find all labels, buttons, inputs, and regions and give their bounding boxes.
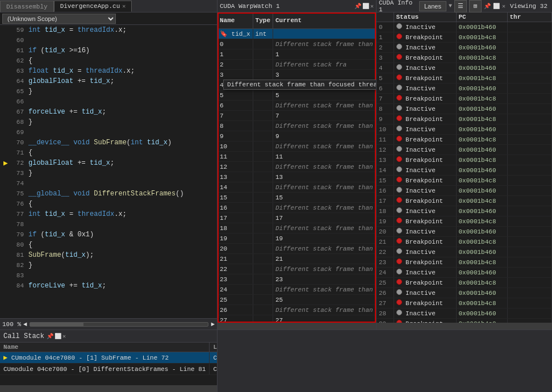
warp-value: 27 [273,315,376,323]
dock-cuda-icon[interactable]: ⬜ [493,3,500,10]
cuda-info-row[interactable]: 28 Inactive0x0001b460 [377,308,552,319]
warp-row[interactable]: 0Different stack frame than focused thre [218,39,376,49]
cuda-info-row[interactable]: 2 Inactive0x0001b460 [377,43,552,53]
cuda-info-row[interactable]: 16 Inactive0x0001b460 [377,186,552,196]
line-content: if (tid_x & 0x1) [28,231,94,239]
pin-cs-icon[interactable]: 📌 [47,333,53,340]
warp-row[interactable]: 55 [218,90,376,101]
close-cuda-icon[interactable]: ✕ [502,3,505,10]
cuda-info-row[interactable]: 0 Inactive0x0001b460 [377,22,552,32]
warp-row[interactable]: 1919 [218,233,376,244]
warp-row[interactable]: 11 [218,49,376,60]
warp-row[interactable]: 2727 [218,315,376,323]
warp-row[interactable]: 22Different stack frame than focused thr… [218,264,376,274]
cuda-info-row[interactable]: 8 Inactive0x0001b460 [377,104,552,114]
warp-row[interactable]: 1111 [218,152,376,162]
cuda-info-hscrollbar[interactable] [377,323,552,330]
warp-value: 3 [273,70,376,80]
scope-select[interactable]: (Unknown Scope) [2,14,116,24]
cuda-info-table[interactable]: Status PC thr 0 Inactive0x0001b4601 Brea… [377,12,552,323]
cuda-info-row[interactable]: 5 Breakpoint0x0001b4c8 [377,73,552,84]
dropdown-icon[interactable]: ▼ [449,3,452,9]
close-cs-icon[interactable]: ✕ [62,333,66,340]
grid-view-button[interactable]: ⊞ [469,0,482,12]
cuda-info-row[interactable]: 4 Inactive0x0001b460 [377,63,552,73]
warp-row[interactable]: 12Different stack frame than focused thr… [218,162,376,172]
warp-value: 25 [273,295,376,305]
line-content: } [28,261,32,269]
warp-row[interactable]: 6Different stack frame than focused thre [218,101,376,111]
close-icon[interactable]: ✕ [122,3,126,10]
cs-hscrollbar[interactable] [0,385,217,392]
cuda-info-row[interactable]: 26 Inactive0x0001b460 [377,288,552,298]
warp-watch-hscrollbar[interactable] [218,323,376,330]
dock-cs-icon[interactable]: ⬜ [55,333,61,340]
warp-row[interactable]: 77 [218,111,376,121]
warp-row[interactable]: 99 [218,131,376,141]
warp-row[interactable]: 33 [218,70,376,80]
call-stack-table[interactable]: Name Lang ▶ CUmodule 04ce7080 - [1] SubF… [0,343,217,385]
warp-row[interactable]: 2525 [218,295,376,305]
line-number: 80 [10,241,28,248]
cuda-pc: 0x0001b4c8 [456,298,507,308]
warp-row[interactable]: 10Different stack frame than focused thr… [218,141,376,152]
cuda-info-row[interactable]: 29 Breakpoint0x0001b4c8 [377,319,552,323]
warp-row[interactable]: 1313 [218,172,376,182]
code-area[interactable]: 59 int tid_x = threadIdx.x;60 61 if (tid… [0,25,217,318]
warp-header-row[interactable]: 🔖 tid_x int [218,29,376,39]
warp-row[interactable]: 2121 [218,254,376,264]
cuda-info-row[interactable]: 15 Breakpoint0x0001b4c8 [377,176,552,186]
cuda-info-row[interactable]: 13 Breakpoint0x0001b4c8 [377,155,552,165]
close-warp-icon[interactable]: ✕ [370,3,374,10]
cuda-info-row[interactable]: 19 Breakpoint0x0001b4c8 [377,216,552,227]
warp-watch-table[interactable]: Name Type Current Lane Index 🔖 tid_x int… [218,12,376,323]
line-content [28,180,32,187]
call-stack-row[interactable]: ▶ CUmodule 04ce7080 - [1] SubFrame - Lin… [0,352,217,364]
warp-row[interactable]: 26Different stack frame than focused thr… [218,305,376,315]
warp-row[interactable]: 1717 [218,213,376,223]
cuda-info-row[interactable]: 9 Breakpoint0x0001b4c8 [377,114,552,124]
warp-type-empty [253,274,273,285]
cuda-info-row[interactable]: 3 Breakpoint0x0001b4c8 [377,53,552,63]
tab-disassembly[interactable]: Disassembly [0,1,54,12]
cuda-info-row[interactable]: 6 Inactive0x0001b460 [377,84,552,94]
warp-row[interactable]: 20Different stack frame than focused thr… [218,244,376,254]
warp-row[interactable]: 8Different stack frame than focused thre [218,121,376,131]
cuda-info-row[interactable]: 22 Inactive0x0001b460 [377,247,552,257]
right-arrow-icon[interactable]: ► [211,321,215,328]
cuda-info-row[interactable]: 21 Breakpoint0x0001b4c8 [377,237,552,247]
call-stack-row[interactable]: CUmodule 04ce7080 - [0] DifferentStackFr… [0,364,217,375]
cuda-info-row[interactable]: 23 Breakpoint0x0001b4c8 [377,257,552,268]
pin-cuda-icon[interactable]: 📌 [484,3,491,10]
warp-row[interactable]: 2323 [218,274,376,285]
tab-divergenceapp[interactable]: DivergenceApp.cu ✕ [54,1,132,12]
left-arrow-icon[interactable]: ◄ [23,321,27,328]
warp-row[interactable]: 1515 [218,193,376,203]
pin-icon[interactable]: 📌 [354,3,361,10]
warp-row[interactable]: 16Different stack frame than focused thr… [218,203,376,213]
cuda-info-row[interactable]: 11 Breakpoint0x0001b4c8 [377,135,552,145]
cuda-info-row[interactable]: 17 Breakpoint0x0001b4c8 [377,196,552,206]
cuda-info-row[interactable]: 1 Breakpoint0x0001b4c8 [377,32,552,43]
cuda-info-row[interactable]: 10 Inactive0x0001b460 [377,124,552,135]
cuda-info-row[interactable]: 20 Inactive0x0001b460 [377,227,552,237]
cuda-info-row[interactable]: 7 Breakpoint0x0001b4c8 [377,94,552,104]
breakpoint-area[interactable]: ▶ [1,159,10,168]
status-dot [396,238,402,244]
warp-row[interactable]: 18Different stack frame than focused thr… [218,223,376,233]
lanes-button[interactable]: Lanes [419,1,446,11]
line-number: 84 [10,282,28,289]
list-view-button[interactable]: ☰ [454,0,467,12]
warp-row[interactable]: 2Different stack fra [218,60,376,70]
cuda-info-row[interactable]: 14 Inactive0x0001b460 [377,165,552,176]
cuda-info-row[interactable]: 18 Inactive0x0001b460 [377,206,552,216]
cuda-info-row[interactable]: 12 Inactive0x0001b460 [377,145,552,155]
warp-row[interactable]: 14Different stack frame than focused thr… [218,182,376,193]
cuda-info-row[interactable]: 27 Breakpoint0x0001b4c8 [377,298,552,308]
warp-lane-num: 12 [218,162,253,172]
cuda-info-row[interactable]: 24 Inactive0x0001b460 [377,268,552,278]
status-dot [396,187,402,193]
warp-row[interactable]: 24Different stack frame than focused thr… [218,285,376,295]
dock-icon[interactable]: ⬜ [362,3,369,10]
cuda-info-row[interactable]: 25 Breakpoint0x0001b4c8 [377,278,552,288]
